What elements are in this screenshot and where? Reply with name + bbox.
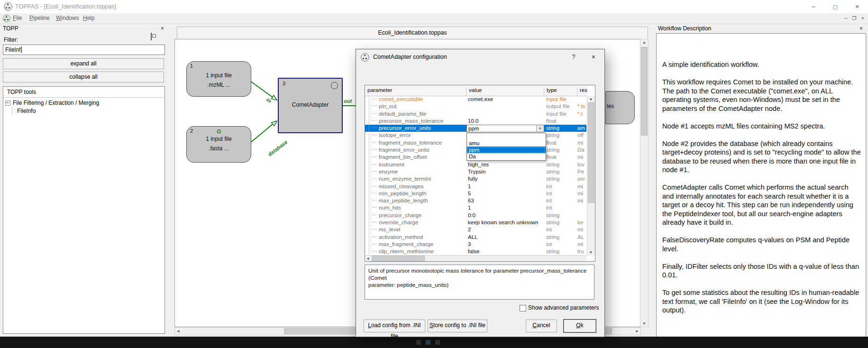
node-input-fasta[interactable]: 2 ♻ 1 input file .fasta ... xyxy=(186,126,251,163)
node-input-mzml[interactable]: 1 1 input file .mzML ... xyxy=(186,61,251,97)
header-parameter[interactable]: parameter xyxy=(365,87,466,96)
menu-file[interactable]: File xyxy=(13,15,22,21)
menu-help[interactable]: Help xyxy=(83,15,95,21)
tree-guide-line xyxy=(369,96,369,255)
menu-windows[interactable]: Windows xyxy=(56,15,79,21)
param-row[interactable]: clip_nterm_methioninefalsestringtru xyxy=(365,248,586,255)
param-row[interactable]: override_chargekeep known search unknown… xyxy=(365,219,586,226)
param-row[interactable]: comet_executablecomet.exeinput file xyxy=(365,96,586,103)
mdi-close-icon[interactable]: × xyxy=(859,15,867,22)
combobox-dropdown-icon[interactable]: ▼ xyxy=(536,125,544,132)
table-vscroll-thumb[interactable] xyxy=(588,102,594,203)
parameter-description-box: Unit of precursor monoisotopic mass tole… xyxy=(365,265,594,300)
store-config-button[interactable]: Store config to .INI file xyxy=(428,320,487,332)
close-panel-icon[interactable]: × xyxy=(859,26,863,31)
filter-input[interactable]: FileInf xyxy=(3,45,165,55)
table-header: parameter value type res xyxy=(365,85,586,96)
param-row[interactable]: precursor_charge0:0string xyxy=(365,212,586,219)
app-icon xyxy=(4,2,12,11)
scroll-down-icon[interactable]: ▼ xyxy=(640,321,648,326)
taskbar-app-icon[interactable] xyxy=(416,340,421,345)
arrowhead-database xyxy=(272,121,277,126)
param-row[interactable]: enzymeTrypsinstringPe xyxy=(365,168,586,175)
collapse-all-button[interactable]: collapse all xyxy=(3,72,164,82)
minimize-icon[interactable]: – xyxy=(803,0,824,13)
header-type[interactable]: type xyxy=(544,87,577,96)
topp-panel-title: TOPP xyxy=(3,25,18,32)
show-advanced-checkbox[interactable] xyxy=(520,305,526,311)
menu-pipeline[interactable]: Pipeline xyxy=(29,15,50,21)
filter-label: Filter: xyxy=(4,37,18,43)
cancel-button[interactable]: Cancel xyxy=(526,320,557,332)
param-row[interactable]: num_enzyme_terminifullystringser xyxy=(365,175,586,183)
dialog-close-icon[interactable]: × xyxy=(585,49,602,64)
table-body: comet_executablecomet.exeinput file pin_… xyxy=(365,96,586,256)
ok-button[interactable]: Ok xyxy=(564,320,596,332)
canvas-tab[interactable]: Ecoli_Identification.toppas xyxy=(177,27,648,39)
param-row[interactable]: default_params_fileinput file*.t xyxy=(365,110,586,118)
tree-group-file-filtering[interactable]: File Filtering / Extraction / Merging xyxy=(5,100,163,106)
node-cometadapter[interactable]: 3 CometAdapter xyxy=(278,78,343,133)
param-row[interactable]: min_peptide_length5intmi xyxy=(365,190,586,197)
node-partially-hidden[interactable]: les xyxy=(605,91,635,124)
scroll-right-icon[interactable]: ► xyxy=(635,329,639,333)
dropdown-option-da[interactable]: Da xyxy=(467,153,546,160)
expand-all-button[interactable]: expand all xyxy=(3,58,164,69)
scroll-up-icon[interactable]: ▲ xyxy=(640,40,648,45)
menubar-app-icon xyxy=(3,15,10,22)
param-row[interactable]: missed_cleavages1intmi xyxy=(365,183,586,190)
table-hscrollbar[interactable]: ◄ xyxy=(365,255,586,261)
table-vscrollbar[interactable]: ▲ ▼ xyxy=(587,96,595,256)
dialog-app-icon xyxy=(361,53,369,62)
scroll-down-icon[interactable]: ▼ xyxy=(587,250,594,255)
window-title: TOPPAS - [Ecoli_Identification.toppas] xyxy=(15,3,116,10)
param-row[interactable]: max_peptide_length63intmi xyxy=(365,197,586,204)
header-res[interactable]: res xyxy=(577,87,586,96)
load-config-button[interactable]: Load config from .INI file xyxy=(364,320,425,332)
recycle-icon: ♻ xyxy=(187,128,251,135)
taskbar[interactable] xyxy=(0,337,868,348)
param-row[interactable]: max_fragment_charge3intmi xyxy=(365,241,586,248)
taskbar-app-icon[interactable] xyxy=(435,340,440,345)
close-icon[interactable]: × xyxy=(846,0,868,13)
tree-item-fileinfo[interactable]: FileInfo xyxy=(12,108,163,114)
collapse-expander-icon[interactable] xyxy=(5,101,10,106)
edge-label-database: database xyxy=(267,139,288,157)
edge-label-out: out xyxy=(344,98,352,104)
node-status-ring-icon xyxy=(331,82,338,89)
help-icon[interactable]: ? xyxy=(566,49,582,64)
app-window: { "window": { "title": "TOPPAS - [Ecoli_… xyxy=(0,0,868,348)
show-advanced-label[interactable]: Show advanced parameters xyxy=(528,304,599,311)
param-row[interactable]: activation_methodALLstringAL xyxy=(365,234,586,241)
param-row[interactable]: num_hits1int xyxy=(365,204,586,211)
scroll-up-icon[interactable]: ▲ xyxy=(587,97,594,101)
topp-tools-header: TOPP tools xyxy=(3,87,164,98)
close-panel-icon[interactable]: × xyxy=(161,26,164,31)
dialog-title-bar[interactable]: CometAdapter configuration ? × xyxy=(356,49,604,64)
scroll-left-icon[interactable]: ◄ xyxy=(176,329,180,333)
title-bar: TOPPAS - [Ecoli_Identification.toppas] –… xyxy=(0,0,868,14)
dropdown-option-blank[interactable] xyxy=(467,133,546,140)
dropdown-option-ppm[interactable]: ppm xyxy=(467,147,546,153)
param-row[interactable]: precursor_mass_tolerance10.0float xyxy=(365,118,586,125)
precursor-error-units-combobox[interactable]: ppm ▼ xyxy=(466,125,544,132)
canvas-vscrollbar[interactable]: ▲ ▼ xyxy=(640,39,649,327)
workflow-description-text: A simple identification workflow. This w… xyxy=(657,34,866,328)
taskbar-app-icon[interactable] xyxy=(426,340,430,345)
edge-label-in: in xyxy=(265,97,273,104)
param-row[interactable]: pin_outoutput file*.ts xyxy=(365,103,586,110)
float-panel-icon[interactable] xyxy=(151,33,152,40)
scroll-left-icon[interactable]: ◄ xyxy=(366,256,370,261)
workflow-description-title: Workflow Description xyxy=(658,25,711,32)
header-value[interactable]: value xyxy=(466,87,544,96)
parameter-table: parameter value type res comet_executabl… xyxy=(365,85,595,262)
menu-bar xyxy=(0,13,868,24)
vscroll-thumb[interactable] xyxy=(641,47,648,136)
maximize-icon[interactable]: ▢ xyxy=(824,0,846,13)
dropdown-option-amu[interactable]: amu xyxy=(467,140,546,147)
table-hscroll-thumb[interactable] xyxy=(372,256,425,261)
param-row[interactable]: instrumenthigh_resstringlov xyxy=(365,161,586,168)
mdi-restore-icon[interactable]: ❐ xyxy=(850,15,858,22)
mdi-minimize-icon[interactable]: ─ xyxy=(842,15,850,22)
param-row[interactable]: ms_level2intmi xyxy=(365,226,586,233)
